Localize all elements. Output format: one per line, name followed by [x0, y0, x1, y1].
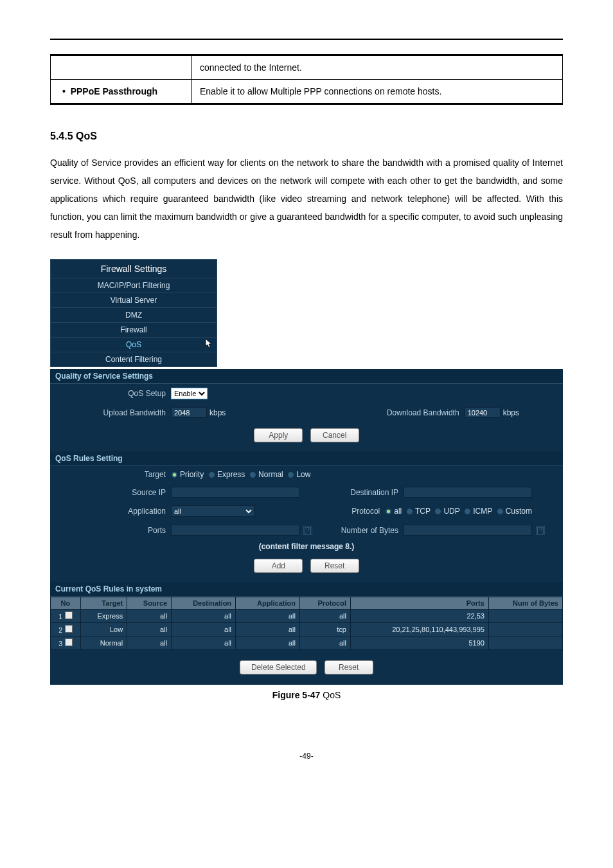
col-numbytes: Num of Bytes	[488, 597, 562, 610]
application-label: Application	[55, 507, 171, 516]
feature-table: connected to the Internet. • PPPoE Passt…	[50, 54, 563, 105]
row-checkbox[interactable]	[65, 625, 73, 633]
cell-ports: 22,53	[351, 610, 489, 623]
cell-source: all	[127, 637, 172, 650]
reset-current-button[interactable]: Reset	[324, 660, 373, 674]
radio-proto-custom[interactable]	[497, 508, 504, 515]
cell-numbytes	[488, 637, 562, 650]
nav-item-firewall[interactable]: Firewall	[51, 322, 217, 337]
application-select[interactable]: all	[171, 505, 254, 517]
qos-settings-header: Quality of Service Settings	[50, 369, 563, 384]
col-source: Source	[127, 597, 172, 610]
source-ip-label: Source IP	[55, 488, 171, 497]
cell-target: Normal	[80, 637, 127, 650]
download-bandwidth-input[interactable]	[465, 407, 501, 418]
page-top-rule	[50, 39, 563, 40]
col-ports: Ports	[351, 597, 489, 610]
current-rules-header: Current QoS Rules in system	[50, 582, 563, 597]
nav-item-qos[interactable]: QoS	[51, 337, 217, 352]
cell-destination: all	[172, 623, 236, 637]
content-filter-message: (content filter message 8.)	[50, 539, 563, 552]
radio-proto-tcp[interactable]	[406, 508, 413, 515]
nav-title: Firewall Settings	[51, 260, 217, 278]
col-application: Application	[236, 597, 300, 610]
col-destination: Destination	[172, 597, 236, 610]
upload-bandwidth-label: Upload Bandwidth	[55, 408, 171, 417]
qos-rules-setting-header: QoS Rules Setting	[50, 451, 563, 466]
cell-protocol: all	[300, 610, 351, 623]
reset-rules-button[interactable]: Reset	[310, 559, 359, 573]
nav-item-dmz[interactable]: DMZ	[51, 307, 217, 322]
qos-description: Quality of Service provides an efficient…	[50, 154, 563, 244]
pointer-cursor-icon	[202, 338, 214, 352]
qos-ui-screenshot: Firewall Settings MAC/IP/Port Filtering …	[50, 259, 563, 685]
cell-target: Low	[80, 623, 127, 637]
upload-unit: kbps	[209, 408, 226, 417]
row-checkbox[interactable]	[65, 638, 73, 646]
figure-caption: Figure 5-47 QoS	[50, 690, 563, 700]
download-bandwidth-label: Download Bandwidth	[387, 408, 465, 417]
feature-row1-left	[51, 55, 192, 80]
number-of-bytes-label: Number of Bytes	[341, 526, 404, 535]
download-unit: kbps	[503, 408, 519, 417]
cell-target: Express	[80, 610, 127, 623]
section-heading: 5.4.5 QoS	[50, 131, 563, 142]
table-row: 1 Expressallallallall22,53	[51, 610, 563, 623]
radio-proto-all[interactable]	[385, 508, 392, 515]
cell-numbytes	[488, 610, 562, 623]
ports-help-icon[interactable]: [?]	[303, 526, 312, 535]
cell-application: all	[236, 610, 300, 623]
cell-ports: 20,21,25,80,110,443,993,995	[351, 623, 489, 637]
destination-ip-label: Destination IP	[350, 488, 404, 497]
cell-protocol: tcp	[300, 623, 351, 637]
nav-item-virtual-server[interactable]: Virtual Server	[51, 293, 217, 307]
radio-proto-udp[interactable]	[434, 508, 441, 515]
add-button[interactable]: Add	[254, 559, 303, 573]
ports-input[interactable]	[171, 525, 299, 536]
delete-selected-button[interactable]: Delete Selected	[240, 660, 317, 674]
nav-item-content-filtering[interactable]: Content Filtering	[51, 352, 217, 366]
radio-proto-icmp[interactable]	[464, 508, 471, 515]
row-checkbox[interactable]	[65, 611, 73, 619]
feature-row2-desc: Enable it to allow Multiple PPP connecti…	[192, 80, 563, 104]
source-ip-input[interactable]	[171, 487, 299, 498]
radio-normal[interactable]	[249, 471, 256, 478]
cell-source: all	[127, 610, 172, 623]
qos-setup-select[interactable]: Enable	[171, 388, 208, 399]
bytes-help-icon[interactable]: [?]	[536, 526, 545, 535]
cell-numbytes	[488, 623, 562, 637]
table-row: 3 Normalallallallall5190	[51, 637, 563, 650]
current-rules-table: No Target Source Destination Application…	[50, 597, 563, 650]
cell-no: 1	[51, 610, 81, 623]
cell-ports: 5190	[351, 637, 489, 650]
radio-priority[interactable]	[171, 471, 178, 478]
destination-ip-input[interactable]	[404, 487, 532, 498]
ports-label: Ports	[55, 526, 171, 535]
page-number: -49-	[50, 752, 563, 761]
cell-protocol: all	[300, 637, 351, 650]
target-radio-group: Priority Express Normal Low	[171, 470, 310, 479]
nav-item-mac-ip-port[interactable]: MAC/IP/Port Filtering	[51, 278, 217, 293]
protocol-radio-group: all TCP UDP ICMP Custom	[385, 507, 532, 516]
cell-no: 3	[51, 637, 81, 650]
number-of-bytes-input[interactable]	[404, 525, 532, 536]
cell-destination: all	[172, 610, 236, 623]
qos-setup-label: QoS Setup	[55, 389, 171, 398]
table-row: 2 Lowallallalltcp20,21,25,80,110,443,993…	[51, 623, 563, 637]
feature-row1-desc: connected to the Internet.	[192, 55, 563, 80]
col-no: No	[51, 597, 81, 610]
cancel-button[interactable]: Cancel	[310, 428, 359, 442]
cell-destination: all	[172, 637, 236, 650]
col-target: Target	[80, 597, 127, 610]
radio-express[interactable]	[208, 471, 215, 478]
cell-application: all	[236, 623, 300, 637]
feature-row2-left: • PPPoE Passthrough	[51, 80, 192, 104]
upload-bandwidth-input[interactable]	[171, 407, 207, 418]
cell-application: all	[236, 637, 300, 650]
radio-low[interactable]	[287, 471, 294, 478]
protocol-label: Protocol	[351, 507, 385, 516]
cell-no: 2	[51, 623, 81, 637]
target-label: Target	[55, 470, 171, 479]
apply-button[interactable]: Apply	[254, 428, 303, 442]
cell-source: all	[127, 623, 172, 637]
